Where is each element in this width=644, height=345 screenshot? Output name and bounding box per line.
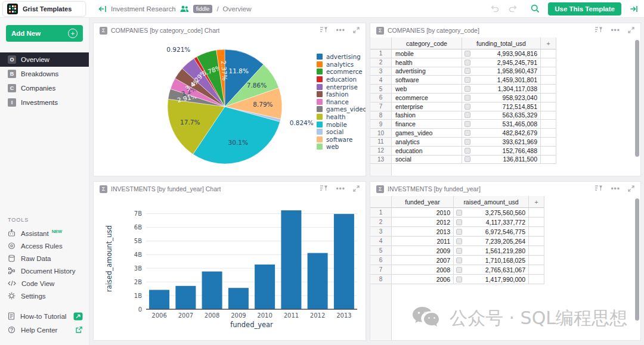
legend-item-health[interactable]: health	[317, 113, 366, 121]
widget-menu-icon[interactable]: •••	[611, 187, 620, 191]
breadcrumb-doc-name[interactable]: Investment Research	[111, 5, 176, 13]
cell-add-column[interactable]	[541, 138, 556, 147]
cell-funding_total_usd[interactable]: 1,304,117,038	[462, 85, 541, 94]
cell-add-column[interactable]	[541, 58, 556, 67]
cell-funding_total_usd[interactable]: 1,958,960,437	[462, 67, 541, 76]
legend-item-social[interactable]: social	[317, 128, 366, 136]
cell-add-column[interactable]	[529, 275, 544, 284]
cell-expand-icon[interactable]	[456, 210, 462, 216]
row-number[interactable]: 9	[370, 120, 392, 129]
cell-funded_year[interactable]: 2010	[392, 208, 454, 217]
column-header-raised_amount_usd[interactable]: raised_amount_usd	[454, 196, 529, 208]
sort-filter-icon[interactable]	[320, 184, 328, 194]
cell-funded_year[interactable]: 2007	[392, 256, 454, 265]
legend-item-advertising[interactable]: advertising	[317, 53, 366, 61]
legend-item-education[interactable]: education	[317, 76, 366, 83]
widget-menu-icon[interactable]: •••	[336, 28, 345, 33]
cell-add-column[interactable]	[541, 85, 556, 94]
row-number[interactable]: 1	[370, 49, 392, 58]
cell-add-column[interactable]	[541, 94, 556, 102]
cell-category_code[interactable]: games_video	[392, 129, 462, 138]
cell-add-column[interactable]	[529, 265, 544, 275]
cell-add-column[interactable]	[529, 208, 544, 217]
cell-expand-icon[interactable]	[465, 112, 470, 118]
sidebar-item-investments[interactable]: I Investments	[0, 95, 89, 110]
use-template-button[interactable]: Use This Template	[548, 2, 621, 15]
bar-2007[interactable]	[175, 286, 196, 309]
expand-widget-icon[interactable]	[353, 184, 360, 194]
row-number[interactable]: 10	[370, 129, 392, 138]
bar-2006[interactable]	[149, 290, 169, 310]
add-column-button[interactable]: +	[529, 196, 544, 208]
row-number[interactable]: 4	[370, 237, 392, 246]
expand-widget-icon[interactable]	[353, 25, 360, 36]
cell-expand-icon[interactable]	[456, 248, 462, 254]
cell-add-column[interactable]	[541, 67, 556, 76]
widget-menu-icon[interactable]: •••	[336, 187, 345, 191]
cell-expand-icon[interactable]	[456, 238, 462, 244]
cell-add-column[interactable]	[541, 129, 556, 138]
cell-raised_amount_usd[interactable]: 3,275,560,560	[454, 208, 529, 217]
row-number[interactable]: 5	[370, 85, 392, 94]
cell-add-column[interactable]	[529, 237, 544, 246]
add-new-button[interactable]: Add New +	[6, 25, 83, 42]
legend-item-mobile[interactable]: mobile	[317, 120, 366, 128]
row-number[interactable]: 13	[370, 156, 392, 164]
cell-funding_total_usd[interactable]: 393,621,969	[462, 138, 541, 147]
cell-raised_amount_usd[interactable]: 7,239,205,264	[454, 237, 529, 246]
undo-icon[interactable]	[490, 5, 500, 13]
cell-expand-icon[interactable]	[465, 51, 470, 57]
row-number[interactable]: 7	[370, 102, 392, 111]
external-link-icon[interactable]	[75, 326, 83, 334]
cell-expand-icon[interactable]	[465, 60, 470, 66]
cell-funding_total_usd[interactable]: 531,465,008	[462, 120, 541, 129]
cell-add-column[interactable]	[541, 120, 556, 129]
sidebar-item-document-history[interactable]: Document History	[0, 265, 89, 277]
legend-item-software[interactable]: software	[317, 136, 366, 144]
column-header-funded_year[interactable]: funded_year	[392, 196, 454, 208]
cell-category_code[interactable]: social	[392, 156, 462, 164]
breadcrumb-page-name[interactable]: Overview	[223, 5, 252, 13]
redo-icon[interactable]	[508, 5, 518, 13]
cell-add-column[interactable]	[541, 102, 556, 111]
row-number[interactable]: 4	[370, 76, 392, 85]
cell-expand-icon[interactable]	[456, 267, 462, 273]
legend-item-finance[interactable]: finance	[317, 98, 366, 106]
sidebar-item-assistant[interactable]: Assistant NEW	[0, 227, 89, 240]
open-right-panel-icon[interactable]	[630, 5, 638, 13]
cell-raised_amount_usd[interactable]: 1,561,219,280	[454, 246, 529, 256]
cell-expand-icon[interactable]	[465, 95, 470, 101]
legend-item-games_video[interactable]: games_video	[317, 105, 366, 113]
sidebar-item-raw-data[interactable]: Raw Data	[0, 252, 89, 265]
cell-expand-icon[interactable]	[465, 130, 470, 136]
cell-add-column[interactable]	[541, 156, 556, 164]
bar-2013[interactable]	[334, 214, 354, 309]
cell-add-column[interactable]	[541, 147, 556, 156]
cell-expand-icon[interactable]	[465, 68, 470, 74]
cell-category_code[interactable]: software	[392, 76, 462, 85]
collapse-left-panel-icon[interactable]	[98, 5, 107, 13]
cell-expand-icon[interactable]	[465, 156, 470, 162]
cell-funding_total_usd[interactable]: 712,514,851	[462, 102, 541, 111]
cell-funded_year[interactable]: 2012	[392, 217, 454, 227]
cell-add-column[interactable]	[529, 217, 544, 227]
sidebar-item-breakdowns[interactable]: B Breakdowns	[0, 67, 89, 81]
cell-expand-icon[interactable]	[456, 229, 462, 235]
legend-item-fashion[interactable]: fashion	[317, 91, 366, 98]
cell-add-column[interactable]	[541, 111, 556, 120]
cell-funding_total_usd[interactable]: 136,811,500	[462, 156, 541, 164]
legend-item-enterprise[interactable]: enterprise	[317, 83, 366, 91]
widget-menu-icon[interactable]: •••	[611, 28, 620, 33]
row-number[interactable]: 12	[370, 147, 392, 156]
cell-expand-icon[interactable]	[465, 86, 470, 92]
cell-add-column[interactable]	[541, 76, 556, 85]
table-scrollbar[interactable]	[635, 40, 639, 170]
row-number[interactable]: 3	[370, 67, 392, 76]
cell-raised_amount_usd[interactable]: 1,710,168,025	[454, 256, 529, 265]
cell-category_code[interactable]: web	[392, 85, 462, 94]
table-scrollbar[interactable]	[635, 198, 639, 334]
cell-category_code[interactable]: health	[392, 58, 462, 67]
cell-category_code[interactable]: education	[392, 147, 462, 156]
cell-funded_year[interactable]: 2011	[392, 237, 454, 246]
cell-category_code[interactable]: analytics	[392, 138, 462, 147]
